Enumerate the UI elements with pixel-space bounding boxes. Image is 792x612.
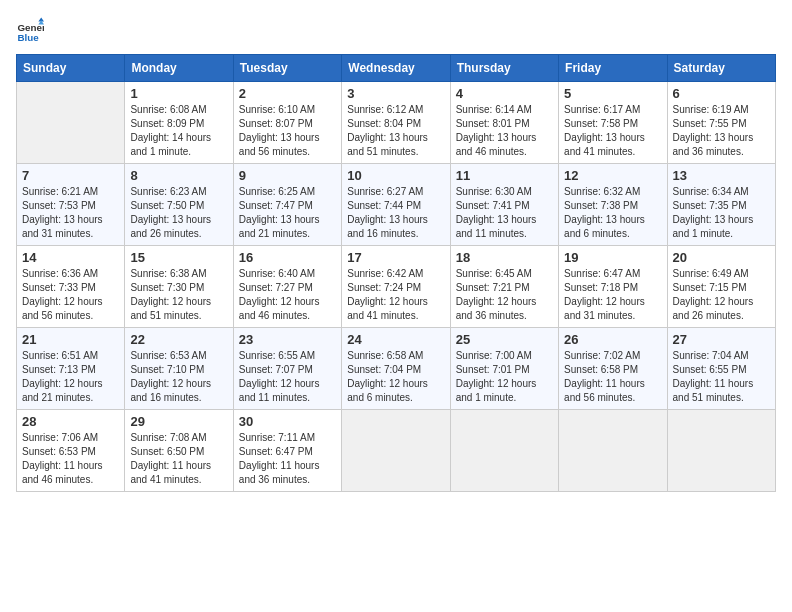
day-info: Sunrise: 6:08 AM Sunset: 8:09 PM Dayligh… [130,103,227,159]
calendar-cell: 5Sunrise: 6:17 AM Sunset: 7:58 PM Daylig… [559,82,667,164]
logo: General Blue [16,16,48,44]
day-number: 26 [564,332,661,347]
day-info: Sunrise: 6:23 AM Sunset: 7:50 PM Dayligh… [130,185,227,241]
calendar-cell [17,82,125,164]
day-number: 22 [130,332,227,347]
day-info: Sunrise: 6:17 AM Sunset: 7:58 PM Dayligh… [564,103,661,159]
day-info: Sunrise: 6:58 AM Sunset: 7:04 PM Dayligh… [347,349,444,405]
calendar-week-row: 21Sunrise: 6:51 AM Sunset: 7:13 PM Dayli… [17,328,776,410]
calendar-cell: 6Sunrise: 6:19 AM Sunset: 7:55 PM Daylig… [667,82,775,164]
weekday-header-thursday: Thursday [450,55,558,82]
calendar-cell: 11Sunrise: 6:30 AM Sunset: 7:41 PM Dayli… [450,164,558,246]
calendar-cell: 19Sunrise: 6:47 AM Sunset: 7:18 PM Dayli… [559,246,667,328]
calendar-cell: 30Sunrise: 7:11 AM Sunset: 6:47 PM Dayli… [233,410,341,492]
day-info: Sunrise: 6:42 AM Sunset: 7:24 PM Dayligh… [347,267,444,323]
calendar-cell: 10Sunrise: 6:27 AM Sunset: 7:44 PM Dayli… [342,164,450,246]
day-info: Sunrise: 7:02 AM Sunset: 6:58 PM Dayligh… [564,349,661,405]
calendar-cell: 17Sunrise: 6:42 AM Sunset: 7:24 PM Dayli… [342,246,450,328]
day-number: 7 [22,168,119,183]
calendar-cell: 28Sunrise: 7:06 AM Sunset: 6:53 PM Dayli… [17,410,125,492]
calendar-cell: 15Sunrise: 6:38 AM Sunset: 7:30 PM Dayli… [125,246,233,328]
calendar-cell: 9Sunrise: 6:25 AM Sunset: 7:47 PM Daylig… [233,164,341,246]
calendar-table: SundayMondayTuesdayWednesdayThursdayFrid… [16,54,776,492]
calendar-cell: 14Sunrise: 6:36 AM Sunset: 7:33 PM Dayli… [17,246,125,328]
day-number: 14 [22,250,119,265]
day-number: 6 [673,86,770,101]
day-info: Sunrise: 6:40 AM Sunset: 7:27 PM Dayligh… [239,267,336,323]
calendar-cell: 23Sunrise: 6:55 AM Sunset: 7:07 PM Dayli… [233,328,341,410]
day-info: Sunrise: 6:49 AM Sunset: 7:15 PM Dayligh… [673,267,770,323]
calendar-cell: 3Sunrise: 6:12 AM Sunset: 8:04 PM Daylig… [342,82,450,164]
day-info: Sunrise: 7:11 AM Sunset: 6:47 PM Dayligh… [239,431,336,487]
day-number: 29 [130,414,227,429]
day-number: 16 [239,250,336,265]
day-info: Sunrise: 6:12 AM Sunset: 8:04 PM Dayligh… [347,103,444,159]
day-number: 12 [564,168,661,183]
day-info: Sunrise: 6:27 AM Sunset: 7:44 PM Dayligh… [347,185,444,241]
calendar-cell: 2Sunrise: 6:10 AM Sunset: 8:07 PM Daylig… [233,82,341,164]
weekday-header-saturday: Saturday [667,55,775,82]
day-number: 27 [673,332,770,347]
day-info: Sunrise: 6:51 AM Sunset: 7:13 PM Dayligh… [22,349,119,405]
day-number: 9 [239,168,336,183]
page-header: General Blue [16,16,776,44]
calendar-cell: 25Sunrise: 7:00 AM Sunset: 7:01 PM Dayli… [450,328,558,410]
day-number: 4 [456,86,553,101]
svg-text:Blue: Blue [17,32,39,43]
day-number: 8 [130,168,227,183]
day-info: Sunrise: 6:10 AM Sunset: 8:07 PM Dayligh… [239,103,336,159]
day-info: Sunrise: 6:55 AM Sunset: 7:07 PM Dayligh… [239,349,336,405]
calendar-cell: 8Sunrise: 6:23 AM Sunset: 7:50 PM Daylig… [125,164,233,246]
day-number: 25 [456,332,553,347]
calendar-cell: 29Sunrise: 7:08 AM Sunset: 6:50 PM Dayli… [125,410,233,492]
day-number: 20 [673,250,770,265]
calendar-cell: 27Sunrise: 7:04 AM Sunset: 6:55 PM Dayli… [667,328,775,410]
weekday-header-friday: Friday [559,55,667,82]
calendar-cell: 16Sunrise: 6:40 AM Sunset: 7:27 PM Dayli… [233,246,341,328]
day-info: Sunrise: 6:53 AM Sunset: 7:10 PM Dayligh… [130,349,227,405]
calendar-cell: 1Sunrise: 6:08 AM Sunset: 8:09 PM Daylig… [125,82,233,164]
day-number: 23 [239,332,336,347]
day-info: Sunrise: 6:36 AM Sunset: 7:33 PM Dayligh… [22,267,119,323]
weekday-header-wednesday: Wednesday [342,55,450,82]
day-number: 15 [130,250,227,265]
calendar-cell: 13Sunrise: 6:34 AM Sunset: 7:35 PM Dayli… [667,164,775,246]
day-number: 17 [347,250,444,265]
day-number: 21 [22,332,119,347]
day-info: Sunrise: 7:06 AM Sunset: 6:53 PM Dayligh… [22,431,119,487]
calendar-week-row: 14Sunrise: 6:36 AM Sunset: 7:33 PM Dayli… [17,246,776,328]
day-number: 11 [456,168,553,183]
calendar-cell [450,410,558,492]
day-number: 13 [673,168,770,183]
day-info: Sunrise: 6:45 AM Sunset: 7:21 PM Dayligh… [456,267,553,323]
calendar-week-row: 1Sunrise: 6:08 AM Sunset: 8:09 PM Daylig… [17,82,776,164]
day-info: Sunrise: 7:04 AM Sunset: 6:55 PM Dayligh… [673,349,770,405]
day-info: Sunrise: 7:00 AM Sunset: 7:01 PM Dayligh… [456,349,553,405]
day-number: 24 [347,332,444,347]
day-number: 19 [564,250,661,265]
weekday-header-sunday: Sunday [17,55,125,82]
day-info: Sunrise: 6:30 AM Sunset: 7:41 PM Dayligh… [456,185,553,241]
calendar-cell: 26Sunrise: 7:02 AM Sunset: 6:58 PM Dayli… [559,328,667,410]
day-number: 1 [130,86,227,101]
calendar-cell: 21Sunrise: 6:51 AM Sunset: 7:13 PM Dayli… [17,328,125,410]
day-info: Sunrise: 6:47 AM Sunset: 7:18 PM Dayligh… [564,267,661,323]
calendar-week-row: 28Sunrise: 7:06 AM Sunset: 6:53 PM Dayli… [17,410,776,492]
weekday-header-monday: Monday [125,55,233,82]
calendar-cell [667,410,775,492]
day-info: Sunrise: 6:21 AM Sunset: 7:53 PM Dayligh… [22,185,119,241]
calendar-cell: 22Sunrise: 6:53 AM Sunset: 7:10 PM Dayli… [125,328,233,410]
day-info: Sunrise: 6:19 AM Sunset: 7:55 PM Dayligh… [673,103,770,159]
day-info: Sunrise: 6:38 AM Sunset: 7:30 PM Dayligh… [130,267,227,323]
day-number: 30 [239,414,336,429]
day-number: 10 [347,168,444,183]
calendar-cell: 24Sunrise: 6:58 AM Sunset: 7:04 PM Dayli… [342,328,450,410]
day-number: 18 [456,250,553,265]
calendar-cell: 20Sunrise: 6:49 AM Sunset: 7:15 PM Dayli… [667,246,775,328]
day-number: 3 [347,86,444,101]
weekday-header-tuesday: Tuesday [233,55,341,82]
calendar-week-row: 7Sunrise: 6:21 AM Sunset: 7:53 PM Daylig… [17,164,776,246]
day-info: Sunrise: 6:34 AM Sunset: 7:35 PM Dayligh… [673,185,770,241]
calendar-header-row: SundayMondayTuesdayWednesdayThursdayFrid… [17,55,776,82]
day-number: 28 [22,414,119,429]
